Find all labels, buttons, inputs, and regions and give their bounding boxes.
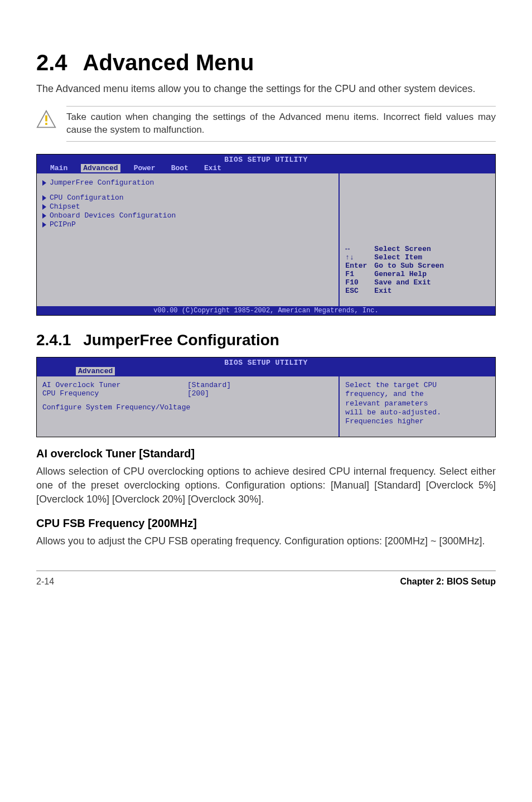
help-row: F10Save and Exit (345, 278, 491, 287)
setting-cpu-frequency[interactable]: CPU Frequency [200] (42, 389, 333, 398)
tab-boot[interactable]: Boot (169, 164, 191, 172)
caution-icon (36, 109, 56, 129)
help-label: Exit (374, 287, 391, 295)
menu-label: PCIPnP (50, 220, 76, 229)
page-footer: 2-14 Chapter 2: BIOS Setup (36, 571, 496, 587)
chevron-right-icon (42, 222, 46, 228)
menu-chipset[interactable]: Chipset (42, 202, 333, 211)
help-label: Save and Exit (374, 278, 431, 287)
help-row: ↑↓Select Item (345, 253, 491, 262)
bios-header-title: BIOS SETUP UTILITY (37, 154, 495, 164)
setting-label: CPU Frequency (42, 389, 187, 398)
help-label: Select Item (374, 253, 422, 262)
help-key: ↑↓ (345, 253, 374, 262)
bios-advanced-menu: BIOS SETUP UTILITY Main Advanced Power B… (36, 154, 496, 316)
caution-note: Take caution when changing the settings … (36, 106, 496, 142)
svg-rect-2 (45, 123, 47, 125)
help-row: ESCExit (345, 287, 491, 295)
menu-onboard[interactable]: Onboard Devices Configuration (42, 211, 333, 220)
help-desc-line: will be auto-adjusted. (345, 408, 491, 417)
chevron-right-icon (42, 195, 46, 201)
help-key: F1 (345, 270, 374, 278)
chevron-right-icon (42, 180, 46, 186)
chapter-label: Chapter 2: BIOS Setup (400, 577, 496, 587)
setting-value: [Standard] (187, 381, 333, 389)
menu-label: Chipset (50, 202, 80, 211)
chevron-right-icon (42, 213, 46, 219)
menu-pcipnp[interactable]: PCIPnP (42, 220, 333, 229)
help-label: General Help (374, 270, 427, 278)
bios-footer: v00.00 (C)Copyright 1985-2002, American … (37, 306, 495, 315)
help-label: Select Screen (374, 245, 431, 253)
menu-label: Onboard Devices Configuration (50, 211, 176, 220)
section-heading-241: 2.4.1JumperFree Configuration (36, 331, 496, 349)
tab-power[interactable]: Power (132, 164, 158, 172)
help-key: F10 (345, 278, 374, 287)
bios-header-title: BIOS SETUP UTILITY (37, 357, 495, 367)
setting-ai-overclock[interactable]: AI Overclock Tuner [Standard] (42, 381, 333, 389)
help-desc-line: frequency, and the (345, 390, 491, 399)
subheading-ai-overclock: AI overclock Tuner [Standard] (36, 447, 496, 460)
ai-overclock-paragraph: Allows selection of CPU overclocking opt… (36, 465, 496, 507)
title-number: 2.4 (36, 50, 67, 75)
tab-advanced[interactable]: Advanced (76, 367, 115, 375)
help-desc-line: Frequencies higher (345, 417, 491, 426)
subheading-cpu-fsb: CPU FSB Frequency [200MHz] (36, 517, 496, 530)
section-number: 2.4.1 (36, 331, 71, 349)
setting-value: [200] (187, 389, 333, 398)
page-number: 2-14 (36, 577, 54, 587)
caution-text: Take caution when changing the settings … (66, 111, 496, 137)
setting-label: AI Overclock Tuner (42, 381, 187, 389)
help-desc-line: relevant parameters (345, 399, 491, 408)
setting-label: Configure System Frequency/Voltage (42, 403, 190, 412)
help-row: F1General Help (345, 270, 491, 278)
menu-label: JumperFree Configuration (50, 178, 154, 187)
section-title: JumperFree Configuration (83, 331, 279, 349)
page-title-row: 2.4 Advanced Menu (36, 50, 496, 75)
help-row: EnterGo to Sub Screen (345, 262, 491, 270)
menu-jumperfree[interactable]: JumperFree Configuration (42, 178, 333, 187)
help-key: Enter (345, 262, 374, 270)
help-row: ↔Select Screen (345, 245, 491, 253)
help-key: ↔ (345, 245, 374, 253)
help-desc-line: Select the target CPU (345, 381, 491, 390)
help-label: Go to Sub Screen (374, 262, 444, 270)
setting-configure-freq-voltage[interactable]: Configure System Frequency/Voltage (42, 403, 333, 412)
intro-paragraph: The Advanced menu items allow you to cha… (36, 82, 496, 96)
tab-main[interactable]: Main (48, 164, 70, 172)
tab-exit[interactable]: Exit (202, 164, 224, 172)
cpu-fsb-paragraph: Allows you to adjust the CPU FSB operati… (36, 534, 496, 548)
menu-cpu[interactable]: CPU Configuration (42, 194, 333, 202)
menu-label: CPU Configuration (50, 194, 124, 202)
title-text: Advanced Menu (83, 50, 254, 75)
help-key: ESC (345, 287, 374, 295)
svg-rect-1 (45, 115, 47, 122)
bios-jumperfree-menu: BIOS SETUP UTILITY Advanced AI Overclock… (36, 357, 496, 437)
tab-advanced[interactable]: Advanced (81, 164, 120, 172)
chevron-right-icon (42, 204, 46, 210)
